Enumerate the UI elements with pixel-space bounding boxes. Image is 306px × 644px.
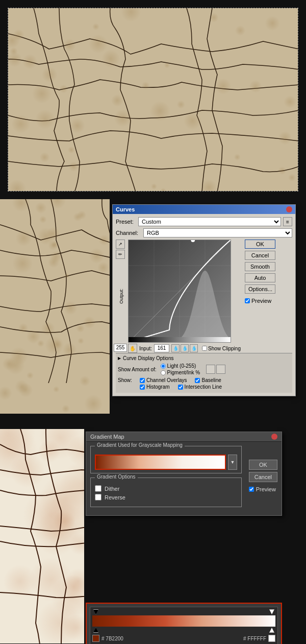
eyedropper-gray[interactable]: 💧: [181, 344, 189, 352]
eyedropper-tools: 💧 💧 💧: [171, 344, 198, 352]
top-image-section: [0, 0, 306, 199]
gradient-right-color-value: # FFFFFF: [243, 636, 266, 641]
curves-close-btn[interactable]: [286, 206, 292, 212]
show-amount-label: Show Amount of:: [118, 367, 157, 372]
gradient-stop-left-top[interactable]: [93, 609, 98, 614]
channel-row: Channel: RGB: [116, 228, 292, 237]
show-clipping-label: Show Clipping: [208, 346, 241, 351]
show-checkboxes: Channel Overlays Baseline: [140, 377, 221, 383]
curves-smooth-button[interactable]: Smooth: [245, 262, 275, 271]
output-value-box[interactable]: 255: [114, 344, 127, 352]
curves-preview-label: Preview: [251, 298, 271, 304]
curves-graph-area: ↗ ✏ Output: 255 ✋ Input:: [116, 240, 241, 353]
gradient-left-color-info: # 7B2200: [92, 635, 123, 642]
gradient-map-title: Gradient Map: [90, 434, 124, 440]
intersection-option: Intersection Line: [178, 384, 222, 390]
gradient-editor-inner: # 7B2200 # FFFFFF: [90, 607, 278, 644]
light-radio[interactable]: [161, 364, 166, 369]
show-amount-row: Show Amount of: Light (0-255) Pigment/In…: [118, 363, 290, 375]
gradient-preview-checkbox[interactable]: [249, 487, 254, 492]
show-clipping-checkbox[interactable]: [202, 346, 207, 351]
gradient-map-titlebar: Gradient Map: [86, 432, 282, 442]
output-label: Output:: [119, 289, 124, 304]
curve-display-title: Curve Display Options: [123, 355, 173, 361]
pigment-radio[interactable]: [161, 370, 166, 375]
input-value-box[interactable]: 161: [154, 344, 169, 352]
middle-left-image: [0, 199, 110, 414]
pigment-option: Pigment/Ink %: [161, 370, 200, 375]
curve-display-header: ▶ Curve Display Options: [118, 355, 290, 361]
channel-overlays-checkbox[interactable]: [140, 378, 145, 383]
middle-section: Curves Preset: Custom ≡ Channel: RGB: [0, 199, 306, 429]
show-clipping-option: Show Clipping: [202, 346, 241, 351]
intersection-checkbox[interactable]: [178, 385, 183, 390]
curves-titlebar: Curves: [113, 205, 295, 214]
input-row: ✋ Input: 161 💧 💧 💧 Show Clipping: [128, 344, 241, 353]
channel-overlays-label: Channel Overlays: [146, 377, 187, 383]
gradient-map-dialog: Gradient Map Gradient Used for Grayscale…: [86, 432, 282, 516]
gradient-used-section: Gradient Used for Grayscale Mapping ▼: [90, 446, 242, 473]
gradient-stop-markers-top: [92, 609, 275, 614]
gradient-preview-swatch[interactable]: [95, 455, 226, 470]
eyedropper-black[interactable]: 💧: [171, 344, 180, 352]
show-amount-radio-group: Light (0-255) Pigment/Ink %: [161, 363, 200, 375]
gradient-map-close-btn[interactable]: [271, 434, 277, 440]
top-cracked-earth-image: [8, 8, 298, 192]
histogram-checkbox[interactable]: [140, 385, 145, 390]
baseline-label: Baseline: [201, 377, 221, 383]
curves-cancel-button[interactable]: Cancel: [245, 251, 275, 260]
light-label: Light (0-255): [167, 363, 196, 369]
gradient-map-body: Gradient Used for Grayscale Mapping ▼ Gr…: [86, 442, 282, 515]
gradient-preview-label: Preview: [256, 486, 276, 492]
triangle-icon: ▶: [118, 356, 121, 361]
gradient-stop-right-top[interactable]: [269, 609, 274, 614]
gradient-stop-right-bottom[interactable]: [269, 628, 274, 633]
curves-dialog-body: Preset: Custom ≡ Channel: RGB ↗: [113, 214, 295, 396]
grid-icon-1[interactable]: [206, 365, 215, 374]
preset-icon-btn[interactable]: ≡: [283, 217, 292, 226]
grid-icons: [206, 365, 225, 374]
grid-icon-2[interactable]: [216, 365, 225, 374]
curves-title: Curves: [116, 206, 135, 212]
baseline-checkbox[interactable]: [195, 378, 200, 383]
reverse-checkbox[interactable]: [95, 494, 101, 500]
gradient-section-title: Gradient Used for Grayscale Mapping: [95, 442, 185, 448]
preset-row: Preset: Custom ≡: [116, 217, 292, 226]
curves-dialog: Curves Preset: Custom ≡ Channel: RGB: [112, 204, 296, 396]
curves-auto-button[interactable]: Auto: [245, 273, 275, 282]
show-row-2: Histogram Intersection Line: [118, 384, 290, 390]
curves-buttons-col: OK Cancel Smooth Auto Options... Preview: [245, 240, 275, 353]
curves-preview-checkbox[interactable]: [245, 298, 250, 303]
dither-checkbox[interactable]: [95, 485, 101, 492]
gradient-preview-row: ▼: [95, 455, 237, 470]
gradient-options-section: Gradient Options Dither Reverse: [90, 478, 242, 507]
gradient-bar: [92, 615, 275, 627]
gradient-editor: # 7B2200 # FFFFFF: [86, 603, 282, 644]
channel-select[interactable]: RGB: [143, 228, 292, 237]
reverse-option: Reverse: [95, 494, 237, 500]
dither-label: Dither: [105, 486, 119, 492]
input-label: Input:: [139, 346, 152, 351]
light-option: Light (0-255): [161, 363, 200, 369]
curves-tool-pointer[interactable]: ↗: [116, 240, 125, 249]
gradient-options-title: Gradient Options: [95, 474, 138, 480]
curves-ok-button[interactable]: OK: [245, 240, 275, 249]
preset-select[interactable]: Custom: [138, 217, 281, 226]
gradient-stop-left-bottom[interactable]: [93, 628, 98, 633]
gradient-color-info-row: # 7B2200 # FFFFFF: [92, 635, 275, 642]
curves-tool-pencil[interactable]: ✏: [116, 250, 125, 259]
channel-overlays-option: Channel Overlays: [140, 377, 187, 383]
eyedropper-white[interactable]: 💧: [190, 344, 198, 352]
curves-options-button[interactable]: Options...: [245, 284, 275, 294]
gradient-map-ok-button[interactable]: OK: [249, 460, 277, 470]
show-row: Show: Channel Overlays Baseline: [118, 377, 290, 383]
gradient-dropdown-btn[interactable]: ▼: [228, 455, 237, 470]
curve-display-section: ▶ Curve Display Options Show Amount of: …: [116, 353, 292, 393]
preset-label: Preset:: [116, 219, 136, 225]
baseline-option: Baseline: [195, 377, 221, 383]
histogram-label: Histogram: [146, 384, 170, 390]
gradient-left-color-swatch: [92, 635, 99, 642]
histogram-option: Histogram: [140, 384, 170, 390]
hand-tool-btn[interactable]: ✋: [128, 344, 137, 353]
gradient-map-cancel-button[interactable]: Cancel: [249, 472, 277, 482]
